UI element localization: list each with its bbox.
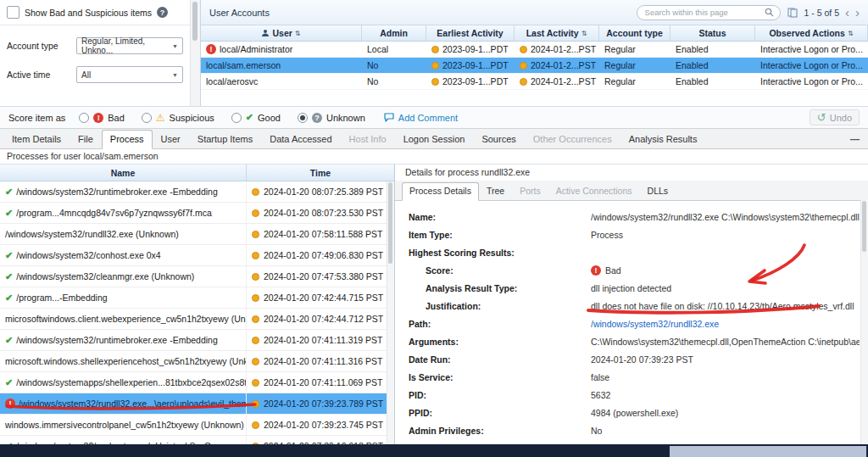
process-row[interactable]: !/windows/system32/rundll32.exe...\aero\… — [0, 393, 394, 415]
tab-startup-items[interactable]: Startup Items — [189, 130, 261, 149]
tab-file[interactable]: File — [70, 130, 102, 149]
search-input[interactable] — [643, 7, 761, 18]
undo-icon: ↺ — [817, 111, 826, 124]
process-time-cell: 2024-01-20 07:39:10.918 PST — [246, 436, 394, 444]
process-name-cell: windows.immersivecontrolpanel_cw5n1h2txy… — [0, 415, 246, 435]
process-row[interactable]: /windows/system32/rundll32.exe (Unknown)… — [0, 224, 394, 245]
scrollbar-thumb[interactable] — [388, 182, 392, 264]
process-row[interactable]: ✔/windows/system32/runtimebroker.exe -Em… — [0, 330, 394, 351]
process-time-cell: 2024-01-20 07:41:11.069 PST — [246, 372, 394, 393]
column-label: Last Activity — [526, 28, 579, 38]
process-row[interactable]: ✔/windows/system32/runtimebroker.exe -Em… — [0, 181, 394, 203]
radio-good[interactable] — [231, 113, 242, 123]
account-last: 2024-01-2...PST — [515, 58, 599, 73]
process-row[interactable]: microsoftwindows.client.webexperience_cw… — [0, 309, 394, 330]
account-type-dropdown[interactable]: Regular, Limited, Unkno... ▼ — [76, 37, 183, 54]
radio-unknown[interactable] — [298, 113, 308, 123]
process-time-cell: 2024-01-20 07:41:11.316 PST — [246, 351, 394, 371]
column-header-last-activity[interactable]: Last Activity⇅ — [515, 25, 599, 41]
account-row[interactable]: local/aerosvcNo2023-09-1...PDT2024-01-2.… — [201, 74, 868, 90]
score-option-bad[interactable]: !Bad — [79, 113, 125, 123]
process-name-cell: ✔/windows/system32/svchost.exe -k Unista… — [0, 436, 246, 444]
next-page-button[interactable]: › — [855, 6, 860, 19]
detail-label: Item Type: — [409, 230, 591, 240]
tab-logon-session[interactable]: Logon Session — [395, 130, 474, 149]
prev-page-button[interactable]: ‹ — [845, 6, 849, 19]
score-option-suspicious[interactable]: ⚠Suspicious — [142, 112, 214, 124]
radio-bad[interactable] — [79, 113, 89, 123]
scrollbar-thumb[interactable] — [862, 201, 866, 252]
undo-button[interactable]: ↺ Undo — [810, 109, 860, 125]
process-time: 2024-01-20 07:47:53.380 PST — [264, 271, 383, 281]
tab-user[interactable]: User — [153, 130, 189, 149]
tab-analysis-results[interactable]: Analysis Results — [620, 130, 706, 149]
column-header-account-type[interactable]: Account type — [599, 25, 670, 41]
tab-sources[interactable]: Sources — [473, 130, 524, 149]
account-user: local/sam.emerson — [206, 60, 281, 70]
detail-field-admin-privileges: Admin Privileges:No — [409, 421, 860, 439]
column-header-observed-actions[interactable]: Observed Actions⇅ — [755, 25, 868, 41]
details-tab-dlls[interactable]: DLLs — [640, 182, 676, 201]
process-row[interactable]: ✔/windows/systemapps/shellexperien...81t… — [0, 372, 394, 393]
process-row[interactable]: windows.immersivecontrolpanel_cw5n1h2txy… — [0, 415, 394, 436]
process-column-time[interactable]: Time — [246, 164, 394, 181]
process-row[interactable]: ✔/program...4mncqdg84v7sv6p7yznqwssy6f7f… — [0, 203, 394, 224]
process-name-cell: ✔/program...-Embedding — [0, 287, 246, 308]
score-option-good[interactable]: ✔Good — [231, 112, 281, 123]
scrollbar-thumb[interactable] — [192, 2, 198, 41]
column-header-user[interactable]: User⇅ — [201, 25, 362, 41]
time-score-icon — [252, 358, 259, 365]
details-scrollbar[interactable] — [860, 200, 868, 444]
process-column-name[interactable]: Name — [0, 164, 246, 181]
good-score-icon: ✔ — [5, 377, 13, 388]
account-earliest: 2023-09-1...PDT — [426, 58, 515, 73]
details-tab-tree[interactable]: Tree — [479, 182, 512, 201]
account-row[interactable]: !local/AdministratorLocal2023-09-1...PDT… — [201, 42, 868, 58]
detail-label: PID: — [409, 390, 591, 400]
process-scrollbar[interactable] — [387, 181, 394, 444]
bottom-bar-box — [670, 446, 866, 457]
account-status: Enabled — [670, 58, 755, 73]
bad-score-icon: ! — [206, 44, 216, 54]
filter-panel-scrollbar[interactable] — [190, 0, 201, 106]
column-header-status[interactable]: Status — [670, 25, 755, 41]
process-name: /windows/system32/rundll32.exe (Unknown) — [5, 229, 179, 239]
show-bad-checkbox[interactable] — [7, 6, 19, 19]
active-time-dropdown[interactable]: All ▼ — [76, 66, 183, 83]
process-row[interactable]: ✔/windows/system32/cleanmgr.exe (Unknown… — [0, 266, 394, 287]
account-admin: No — [362, 58, 426, 73]
process-time: 2024-01-20 07:39:23.745 PST — [264, 420, 383, 430]
minimize-icon[interactable]: — — [850, 134, 860, 144]
process-time-cell: 2024-01-20 08:07:25.389 PST — [246, 181, 394, 202]
account-row[interactable]: local/sam.emersonNo2023-09-1...PDT2024-0… — [201, 58, 868, 74]
process-row[interactable]: microsoft.windows.shellexperiencehost_cw… — [0, 351, 394, 372]
detail-label: Is Service: — [409, 372, 591, 382]
column-header-earliest-activity[interactable]: Earliest Activity — [426, 25, 515, 41]
tab-item-details[interactable]: Item Details — [3, 130, 70, 149]
accounts-header-row: User⇅AdminEarliest ActivityLast Activity… — [201, 25, 868, 42]
process-name-cell: microsoftwindows.client.webexperience_cw… — [0, 309, 246, 329]
tab-data-accessed[interactable]: Data Accessed — [261, 130, 340, 149]
pages-icon — [787, 8, 798, 18]
process-time: 2024-01-20 07:41:11.319 PST — [264, 335, 383, 345]
search-icon — [765, 8, 774, 17]
column-header-admin[interactable]: Admin — [362, 25, 426, 41]
tab-process[interactable]: Process — [102, 130, 153, 149]
add-comment-button[interactable]: Add Comment — [384, 113, 458, 123]
detail-label: Name: — [409, 212, 591, 222]
process-name: /windows/system32/rundll32.exe...\aero\u… — [19, 398, 246, 409]
process-row[interactable]: ✔/windows/system32/svchost.exe -k Unista… — [0, 436, 394, 444]
details-tab-process-details[interactable]: Process Details — [402, 182, 479, 201]
account-admin: Local — [362, 42, 426, 57]
score-option-unknown[interactable]: ?Unknown — [298, 113, 365, 123]
detail-label: Score: — [409, 265, 591, 276]
detail-value[interactable]: /windows/system32/rundll32.exe — [591, 319, 860, 329]
process-row[interactable]: ✔/program...-Embedding2024-01-20 07:42:4… — [0, 287, 394, 309]
detail-value: !Bad — [591, 265, 860, 276]
detail-field-justification: Justification:dll does not have file on … — [409, 297, 860, 315]
time-score-icon — [252, 209, 259, 217]
time-score-icon — [252, 252, 259, 259]
process-row[interactable]: ✔/windows/system32/conhost.exe 0x42024-0… — [0, 245, 394, 266]
radio-suspicious[interactable] — [142, 113, 152, 123]
help-icon[interactable]: ? — [157, 7, 168, 18]
